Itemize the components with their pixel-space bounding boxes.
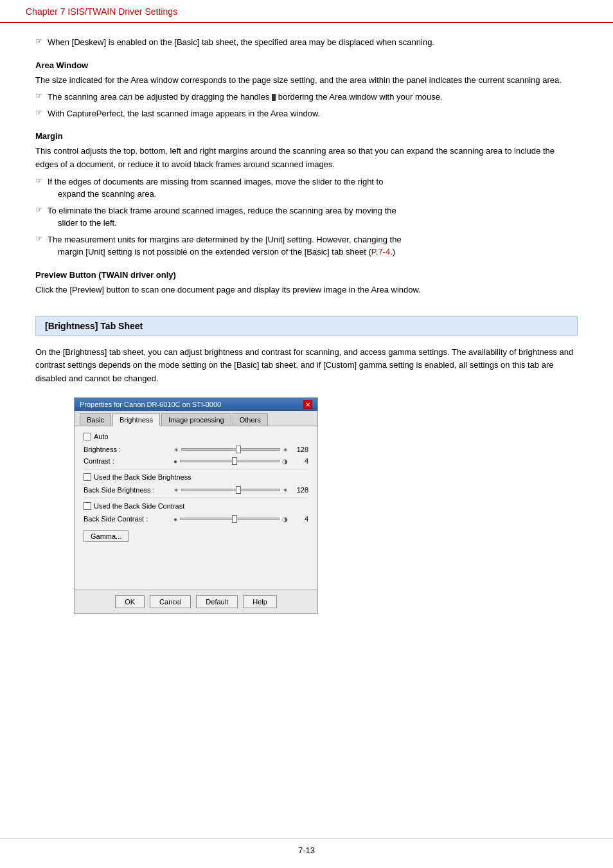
footer: 7-13 xyxy=(0,838,613,855)
brightness-low-icon: ✶ xyxy=(173,446,179,453)
margin-note-1-text: If the edges of documents are missing fr… xyxy=(48,176,383,201)
brightness-section-header: [Brightness] Tab Sheet xyxy=(35,316,578,336)
area-window-heading: Area Window xyxy=(35,60,578,70)
backside-contrast-checkbox-row: Used the Back Side Contrast xyxy=(84,502,308,510)
back-brightness-high-icon: ✶ xyxy=(283,487,288,494)
divider-1 xyxy=(84,469,308,469)
auto-checkbox[interactable] xyxy=(84,433,91,440)
dialog-title: Properties for Canon DR-6010C on STI-000… xyxy=(80,401,221,408)
contrast-slider-handle[interactable] xyxy=(232,457,237,465)
margin-note-2: ☞ To eliminate the black frame around sc… xyxy=(35,204,578,230)
brightness-value: 128 xyxy=(290,446,308,453)
page: Chapter 7 ISIS/TWAIN Driver Settings ☞ W… xyxy=(0,0,613,868)
margin-note-2-text: To eliminate the black frame around scan… xyxy=(48,204,396,230)
brightness-slider-area: ✶ ✶ 128 xyxy=(173,446,308,453)
contrast-slider-track[interactable] xyxy=(180,460,280,462)
margin-note-3-text: The measurement units for margins are de… xyxy=(48,233,402,258)
back-contrast-slider-area: ● ◑ 4 xyxy=(173,515,308,523)
auto-label: Auto xyxy=(94,433,109,440)
margin-heading: Margin xyxy=(35,131,578,141)
gamma-button[interactable]: Gamma... xyxy=(84,530,129,542)
back-brightness-slider-track[interactable] xyxy=(181,489,280,491)
brightness-slider-handle[interactable] xyxy=(236,446,241,453)
note-icon: ☞ xyxy=(35,37,42,46)
contrast-row: Contrast : ● ◑ 4 xyxy=(84,457,308,465)
brightness-section-body: On the [Brightness] tab sheet, you can a… xyxy=(35,346,578,386)
note-icon-m1: ☞ xyxy=(35,176,42,185)
contrast-low-icon: ● xyxy=(173,458,177,465)
brightness-high-icon: ✶ xyxy=(283,446,288,453)
intro-note-text: When [Deskew] is enabled on the [Basic] … xyxy=(48,36,434,49)
back-brightness-low-icon: ✶ xyxy=(173,487,179,494)
back-contrast-value: 4 xyxy=(290,515,308,523)
divider-2 xyxy=(84,498,308,498)
tab-others-label: Others xyxy=(240,416,261,424)
contrast-high-icon: ◑ xyxy=(282,458,288,465)
chapter-label: Chapter 7 ISIS/TWAIN Driver Settings xyxy=(26,6,177,17)
contrast-slider-area: ● ◑ 4 xyxy=(173,457,308,465)
tab-image-processing-label: Image processing xyxy=(168,416,224,424)
back-contrast-row: Back Side Contrast : ● ◑ 4 xyxy=(84,515,308,523)
tab-brightness[interactable]: Brightness xyxy=(112,413,160,426)
tab-basic-label: Basic xyxy=(87,416,104,424)
brightness-row: Brightness : ✶ ✶ 128 xyxy=(84,446,308,453)
tab-brightness-label: Brightness xyxy=(120,416,153,424)
back-contrast-slider-track[interactable] xyxy=(180,518,280,520)
preview-button-section: Preview Button (TWAIN driver only) Click… xyxy=(35,270,578,297)
note-icon-m3: ☞ xyxy=(35,234,42,243)
backside-brightness-checkbox-row: Used the Back Side Brightness xyxy=(84,473,308,481)
backside-contrast-label: Used the Back Side Contrast xyxy=(94,502,184,510)
contrast-label: Contrast : xyxy=(84,457,173,465)
tab-others[interactable]: Others xyxy=(233,413,268,426)
area-note-1-text: The scanning area can be adjusted by dra… xyxy=(48,91,443,104)
brightness-label: Brightness : xyxy=(84,446,173,453)
margin-body: This control adjusts the top, bottom, le… xyxy=(35,145,578,172)
ok-button[interactable]: OK xyxy=(115,595,145,608)
back-brightness-row: Back Side Brightness : ✶ ✶ 128 xyxy=(84,486,308,494)
backside-brightness-label: Used the Back Side Brightness xyxy=(94,473,191,481)
page-number: 7-13 xyxy=(298,845,315,855)
default-button[interactable]: Default xyxy=(196,595,238,608)
margin-section: Margin This control adjusts the top, bot… xyxy=(35,131,578,258)
auto-checkbox-row: Auto xyxy=(84,433,308,440)
contrast-value: 4 xyxy=(290,457,308,465)
back-contrast-high-icon: ◑ xyxy=(282,516,288,523)
area-window-body: The size indicated for the Area window c… xyxy=(35,74,578,87)
area-window-section: Area Window The size indicated for the A… xyxy=(35,60,578,120)
area-note-2-text: With CapturePerfect, the last scanned im… xyxy=(48,107,320,120)
dialog-box: Properties for Canon DR-6010C on STI-000… xyxy=(74,397,318,614)
content-area: ☞ When [Deskew] is enabled on the [Basic… xyxy=(0,23,613,633)
tab-image-processing[interactable]: Image processing xyxy=(161,413,231,426)
tab-basic[interactable]: Basic xyxy=(80,413,111,426)
help-button[interactable]: Help xyxy=(243,595,277,608)
margin-note-1: ☞ If the edges of documents are missing … xyxy=(35,176,578,201)
cancel-button[interactable]: Cancel xyxy=(150,595,191,608)
back-contrast-label: Back Side Contrast : xyxy=(84,515,173,523)
dialog-body: Auto Brightness : ✶ ✶ 128 xyxy=(75,426,317,590)
header: Chapter 7 ISIS/TWAIN Driver Settings xyxy=(0,0,613,23)
intro-note: ☞ When [Deskew] is enabled on the [Basic… xyxy=(35,36,578,49)
dialog-tabs: Basic Brightness Image processing Others xyxy=(75,411,317,426)
area-note-1: ☞ The scanning area can be adjusted by d… xyxy=(35,91,578,104)
back-contrast-slider-handle[interactable] xyxy=(232,515,237,523)
dialog-footer: OK Cancel Default Help xyxy=(75,590,317,613)
dialog-close-button[interactable]: ✕ xyxy=(303,400,312,409)
preview-button-heading: Preview Button (TWAIN driver only) xyxy=(35,270,578,280)
back-brightness-slider-handle[interactable] xyxy=(236,486,241,494)
backside-brightness-checkbox[interactable] xyxy=(84,473,91,481)
note-icon-aw1: ☞ xyxy=(35,91,42,100)
back-brightness-slider-area: ✶ ✶ 128 xyxy=(173,486,308,494)
brightness-section-heading: [Brightness] Tab Sheet xyxy=(45,321,143,331)
backside-contrast-checkbox[interactable] xyxy=(84,502,91,510)
preview-button-body: Click the [Preview] button to scan one d… xyxy=(35,284,578,297)
close-icon: ✕ xyxy=(305,401,310,408)
brightness-slider-track[interactable] xyxy=(181,448,280,451)
area-note-2: ☞ With CapturePerfect, the last scanned … xyxy=(35,107,578,120)
margin-note-3: ☞ The measurement units for margins are … xyxy=(35,233,578,258)
back-contrast-low-icon: ● xyxy=(173,516,177,523)
back-brightness-value: 128 xyxy=(290,486,308,494)
note-icon-m2: ☞ xyxy=(35,205,42,214)
note-icon-aw2: ☞ xyxy=(35,108,42,117)
back-brightness-label: Back Side Brightness : xyxy=(84,486,173,494)
dialog-spacer xyxy=(84,545,308,583)
